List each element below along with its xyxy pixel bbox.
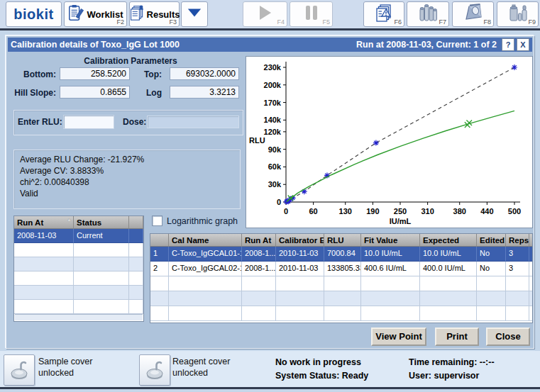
table-cell: [150, 306, 169, 321]
worklist-button[interactable]: Worklist F2: [64, 1, 127, 27]
svg-text:440: 440: [480, 207, 493, 215]
column-header[interactable]: Cal Name: [169, 234, 242, 247]
table-row[interactable]: 2008-11-03Current: [14, 229, 143, 243]
table-row[interactable]: [14, 300, 143, 314]
svg-text:140k: 140k: [264, 116, 282, 124]
table-cell: [14, 271, 74, 286]
svg-text:RLU: RLU: [249, 136, 265, 145]
table-cell: [169, 306, 242, 321]
column-header[interactable]: [150, 234, 169, 247]
bottom-value-field[interactable]: [60, 67, 130, 80]
column-header[interactable]: Status: [74, 216, 129, 229]
reagent-cover-lock-button[interactable]: [139, 354, 170, 386]
table-cell: [276, 276, 324, 291]
dose-output-field[interactable]: [147, 116, 239, 128]
view-point-button[interactable]: View Point: [371, 327, 426, 346]
horizontal-scrollbar[interactable]: [15, 314, 143, 320]
logarithmic-graph-checkbox[interactable]: [152, 215, 162, 226]
avg-cv: Average CV: 3.8833%: [20, 165, 234, 177]
column-header-filler: [129, 216, 143, 229]
dialog-titlebar: Calibration details of Toxo_IgG Lot 1000…: [8, 38, 532, 52]
column-header[interactable]: Fit Value: [361, 234, 420, 247]
table-cell: [324, 276, 361, 291]
status-bar: Sample cover unlocked Reagent cover unlo…: [0, 351, 540, 387]
print-button[interactable]: Print: [435, 327, 479, 346]
start-run-button[interactable]: F4: [243, 1, 287, 27]
table-cell: [276, 306, 324, 321]
table-cell: 2010-11-03: [276, 247, 324, 262]
log-value-field[interactable]: [170, 86, 239, 99]
supplies-fkey: F9: [528, 18, 536, 26]
table-cell-filler: [129, 300, 143, 314]
svg-text:380: 380: [453, 207, 466, 215]
more-menus-button[interactable]: [181, 1, 208, 27]
dialog-close-button[interactable]: X: [517, 38, 529, 51]
table-cell: [74, 286, 129, 300]
svg-text:200k: 200k: [264, 81, 282, 89]
samples-button[interactable]: F7: [407, 1, 449, 27]
work-status-text: No work in progress: [275, 356, 361, 369]
table-cell-filler: [529, 247, 533, 262]
column-header[interactable]: Edited: [477, 234, 506, 247]
top-value-field[interactable]: [170, 67, 239, 80]
column-header[interactable]: Reps: [506, 234, 529, 247]
table-cell: [361, 291, 420, 306]
alerts-button[interactable]: F6: [363, 1, 404, 27]
hill-slope-label: Hill Slope:: [8, 88, 56, 98]
hill-slope-value-field[interactable]: [60, 86, 130, 99]
biokit-logo: biokit: [13, 6, 53, 23]
chevron-down-icon: [187, 7, 202, 21]
chi-squared: chi^2: 0.00840398: [20, 177, 234, 188]
column-header[interactable]: Expected: [420, 234, 477, 247]
table-row[interactable]: [150, 291, 532, 306]
table-cell: 400.6 IU/mL: [361, 262, 420, 276]
results-icon: [129, 4, 145, 25]
start-fkey: F4: [277, 18, 285, 26]
pause-icon: [304, 5, 319, 23]
table-cell: 2008-1...: [242, 262, 276, 276]
table-row[interactable]: 2C-Toxo_IgGCAL02-1...2008-1...2010-11-03…: [150, 262, 532, 276]
table-cell: [242, 291, 276, 306]
sample-cover-lock-button[interactable]: [4, 354, 35, 386]
column-header[interactable]: Calibrator E...: [276, 234, 324, 247]
reagents-button[interactable]: F8: [452, 1, 494, 27]
table-cell-filler: [129, 229, 143, 243]
table-cell: [324, 291, 361, 306]
table-cell: 10.0 IU/mL: [420, 247, 477, 262]
column-header[interactable]: RLU: [324, 234, 361, 247]
table-cell: 3: [506, 247, 529, 262]
table-cell: [361, 306, 420, 321]
svg-text:130: 130: [339, 207, 352, 215]
table-cell: [242, 276, 276, 291]
column-header[interactable]: Run At▲: [14, 216, 74, 229]
calibration-stats-box: Average RLU Change: -21.927% Average CV:…: [13, 150, 241, 209]
table-row[interactable]: [14, 271, 143, 286]
results-button[interactable]: Results F3: [129, 1, 180, 27]
table-row[interactable]: [150, 276, 532, 291]
table-cell: 2010-11-03: [276, 262, 324, 276]
table-row[interactable]: [14, 257, 143, 271]
table-cell: [14, 286, 74, 300]
table-row[interactable]: [150, 306, 532, 321]
enter-rlu-input[interactable]: [63, 115, 114, 129]
rlu-dose-groupbox: Enter RLU: Dose:: [13, 110, 243, 135]
help-button[interactable]: ?: [502, 38, 514, 51]
supplies-button[interactable]: F9: [497, 1, 539, 27]
column-header[interactable]: Run At: [242, 234, 276, 247]
biokit-logo-button[interactable]: biokit: [6, 1, 62, 27]
close-button[interactable]: Close: [486, 327, 530, 346]
bottom-strip: [0, 389, 540, 392]
table-cell: [150, 276, 169, 291]
pause-run-button[interactable]: F5: [290, 1, 333, 27]
table-row[interactable]: [14, 243, 143, 257]
samples-fkey: F7: [439, 18, 446, 26]
table-row[interactable]: [14, 286, 143, 300]
table-row[interactable]: 1C-Toxo_IgGCAL01-1...2008-1...2010-11-03…: [150, 247, 532, 262]
table-cell: [420, 291, 477, 306]
table-cell-filler: [129, 271, 143, 286]
table-cell: [276, 291, 324, 306]
table-cell: [74, 271, 129, 286]
worklist-fkey: F2: [116, 18, 124, 26]
top-label: Top:: [133, 69, 162, 79]
svg-text:310: 310: [421, 207, 434, 215]
